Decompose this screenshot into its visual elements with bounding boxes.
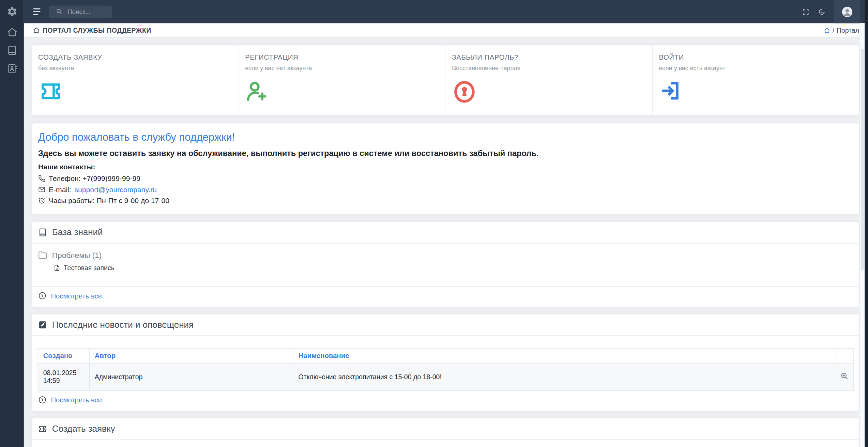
search-input[interactable]	[66, 8, 107, 16]
knowledge-base-header: База знаний	[32, 222, 859, 243]
news-author-cell: Администратор	[89, 363, 293, 390]
create-ticket-title: Создать заявку	[52, 424, 115, 434]
kb-article-label: Тестовая запись	[64, 264, 115, 272]
page-header: ПОРТАЛ СЛУЖБЫ ПОДДЕРЖКИ / Портал	[24, 23, 868, 37]
kb-article-link[interactable]: Тестовая запись	[54, 264, 853, 272]
column-header-author[interactable]: Автор	[89, 349, 293, 364]
sidebar-toggle-icon[interactable]	[33, 8, 41, 15]
home-icon	[33, 27, 40, 34]
news-name-cell: Отключение электропитания с 15-00 до 18-…	[293, 363, 835, 390]
news-card: Последние новости и оповещения Создано А…	[32, 314, 859, 411]
card-subtitle: Восстановление пароля	[452, 65, 646, 71]
zoom-in-icon[interactable]	[840, 372, 849, 380]
register-card[interactable]: РЕГИСТРАЦИЯ если у вас нет аккаунта	[239, 45, 446, 115]
news-table: Создано Автор Наименование 08.01.2025 14…	[37, 348, 853, 391]
card-title: СОЗДАТЬ ЗАЯВКУ	[38, 54, 232, 62]
contacts-heading: Наши контакты:	[38, 163, 853, 171]
breadcrumb-home-icon[interactable]	[824, 27, 830, 33]
kb-view-all-link[interactable]: Посмотреть все	[51, 292, 102, 300]
knowledge-base-body: Проблемы (1) Тестовая запись	[32, 244, 859, 286]
user-menu[interactable]	[834, 0, 860, 23]
icon-sidebar	[0, 0, 24, 447]
contact-hours: Часы работы: Пн-Пт с 9-00 до 17-00	[38, 197, 853, 205]
main-content: СОЗДАТЬ ЗАЯВКУ без аккаунта РЕГИСТРАЦИЯ …	[24, 38, 868, 447]
person-plus-icon	[245, 80, 439, 105]
mail-icon	[38, 186, 45, 193]
welcome-card: Добро пожаловать в службу поддержки! Зде…	[32, 123, 859, 214]
keyhole-icon	[452, 80, 646, 106]
login-card[interactable]: ВОЙТИ если у вас есть аккаунт	[653, 45, 859, 115]
news-created-cell: 08.01.2025 14:59	[38, 363, 89, 390]
contact-email: E-mail: support@yourcompany.ru	[38, 185, 853, 194]
column-header-name[interactable]: Наименование	[293, 349, 835, 364]
hours-text: Часы работы: Пн-Пт с 9-00 до 17-00	[49, 197, 169, 205]
sidebar-knowledge-base-icon[interactable]	[6, 45, 17, 56]
knowledge-base-title: База знаний	[52, 228, 103, 237]
search-box[interactable]	[49, 5, 112, 18]
ticket-icon	[38, 425, 47, 433]
ticket-icon	[38, 80, 232, 105]
news-title: Последние новости и оповещения	[52, 320, 194, 330]
news-view-cell	[835, 363, 853, 390]
kb-footer: Посмотреть все	[32, 286, 859, 307]
sidebar-home-icon[interactable]	[6, 27, 17, 37]
phone-text: Телефон: +7(999)999-99-99	[49, 174, 140, 183]
news-table-row: 08.01.2025 14:59 Администратор Отключени…	[38, 363, 853, 390]
action-cards-row: СОЗДАТЬ ЗАЯВКУ без аккаунта РЕГИСТРАЦИЯ …	[32, 45, 859, 115]
page-title: ПОРТАЛ СЛУЖБЫ ПОДДЕРЖКИ	[43, 26, 151, 34]
card-subtitle: если у вас есть аккаунт	[659, 65, 853, 71]
column-header-created[interactable]: Создано	[38, 349, 89, 364]
sidebar-contacts-icon[interactable]	[6, 63, 17, 74]
create-ticket-card[interactable]: СОЗДАТЬ ЗАЯВКУ без аккаунта	[32, 45, 239, 115]
topbar	[24, 0, 868, 23]
forgot-password-card[interactable]: ЗАБЫЛИ ПАРОЛЬ? Восстановление пароля	[446, 45, 653, 115]
fullscreen-icon[interactable]	[802, 8, 809, 15]
news-header: Последние новости и оповещения	[32, 314, 859, 336]
kb-category-label: Проблемы (1)	[52, 251, 102, 260]
book-icon	[38, 228, 47, 237]
breadcrumb-current: Портал	[837, 26, 859, 34]
clock-icon	[38, 197, 45, 204]
search-icon	[56, 8, 62, 15]
folder-icon	[38, 251, 47, 260]
dark-mode-moon-icon[interactable]	[818, 8, 825, 15]
card-title: ВОЙТИ	[659, 54, 853, 62]
scrollbar-thumb[interactable]	[861, 49, 864, 270]
contact-phone: Телефон: +7(999)999-99-99	[38, 174, 853, 183]
news-footer: Посмотреть все	[38, 396, 854, 404]
card-title: РЕГИСТРАЦИЯ	[245, 54, 439, 62]
settings-gear-icon[interactable]	[6, 6, 17, 17]
pencil-square-icon	[38, 321, 47, 329]
phone-icon	[38, 175, 45, 182]
create-ticket-header: Создать заявку	[32, 418, 859, 440]
portal-page: ПОРТАЛ СЛУЖБЫ ПОДДЕРЖКИ / Портал СОЗДАТЬ…	[0, 0, 868, 447]
card-title: ЗАБЫЛИ ПАРОЛЬ?	[452, 54, 646, 62]
welcome-title: Добро пожаловать в службу поддержки!	[38, 131, 853, 143]
file-icon	[54, 264, 60, 271]
login-icon	[659, 80, 853, 104]
news-view-all-link[interactable]: Посмотреть все	[51, 396, 102, 404]
news-table-header-row: Создано Автор Наименование	[38, 349, 853, 364]
kb-category-link[interactable]: Проблемы (1)	[38, 251, 853, 260]
window-edge	[865, 0, 868, 447]
column-header-actions	[835, 349, 853, 364]
card-subtitle: без аккаунта	[38, 65, 232, 71]
breadcrumb-separator: /	[833, 26, 834, 34]
circle-chevron-right-icon[interactable]	[38, 292, 46, 300]
welcome-description: Здесь вы можете оставить заявку на обслу…	[38, 149, 853, 158]
knowledge-base-card: База знаний Проблемы (1) Тестовая запись…	[32, 222, 859, 307]
avatar	[842, 6, 852, 17]
breadcrumb: / Портал	[824, 26, 859, 34]
news-body: Создано Автор Наименование 08.01.2025 14…	[32, 336, 859, 411]
support-email-link[interactable]: support@yourcompany.ru	[74, 185, 157, 194]
card-subtitle: если у вас нет аккаунта	[245, 65, 439, 71]
circle-chevron-right-icon[interactable]	[38, 396, 46, 404]
create-ticket-form-card: Создать заявку E-mail * Сервис *	[32, 418, 859, 447]
email-prefix: E-mail:	[49, 185, 71, 194]
create-ticket-body: E-mail * Сервис *	[32, 440, 859, 447]
